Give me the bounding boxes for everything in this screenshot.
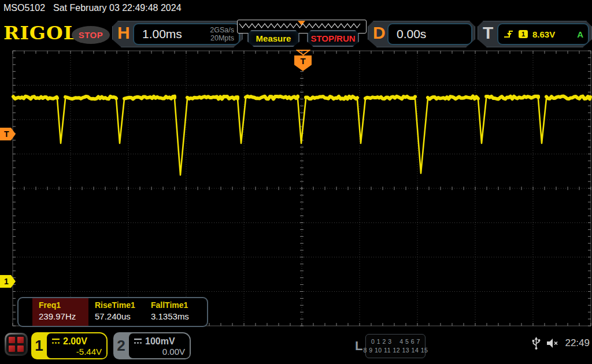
channel1-scale: 2.00V [63, 336, 87, 347]
trigger-level-value: 8.63V [532, 29, 555, 39]
stop-run-button[interactable]: STOP/RUN [307, 30, 359, 47]
channel2-values: 100mV 0.00V [129, 333, 190, 358]
dc-coupling-icon [51, 338, 60, 344]
dc-coupling-icon [134, 338, 142, 344]
measurement-falltime1[interactable]: FallTime1 3.1353ms [145, 298, 201, 326]
trigger-box[interactable]: 1 8.63V A [497, 23, 589, 45]
delay-box[interactable]: 0.00s [387, 23, 472, 45]
channel1-offset-marker[interactable]: 1 [0, 275, 16, 288]
channel1-number: 1 [31, 332, 47, 359]
channel2-status-pill[interactable]: 2 100mV 0.00V [113, 332, 191, 359]
trigger-position-triangle-icon [296, 50, 310, 55]
system-tray: 22:49 [532, 336, 590, 350]
delay-label: D [373, 23, 386, 43]
trigger-label: T [483, 23, 493, 43]
channel1-status-pill[interactable]: 1 2.00V -5.44V [31, 332, 108, 359]
trigger-source-badge: 1 [519, 30, 528, 38]
delay-value: 0.00s [397, 27, 426, 41]
digital-label: L [355, 339, 362, 354]
usb-icon [532, 336, 541, 350]
digital-row-0-7: 0 1 2 3 4 5 6 7 [371, 337, 420, 346]
measurement-risetime1[interactable]: RiseTime1 57.240us [88, 298, 145, 326]
channel2-number: 2 [113, 332, 129, 359]
channel2-scale: 100mV [145, 336, 175, 347]
measurement-freq1[interactable]: Freq1 239.97Hz [32, 298, 88, 326]
memory-depth: 20Mpts [210, 34, 234, 42]
speaker-muted-icon [546, 337, 560, 349]
rigol-logo: RIGOL [3, 22, 77, 44]
acquisition-status-badge[interactable]: STOP [72, 26, 110, 44]
trigger-mode-indicator: A [577, 29, 583, 39]
falling-edge-icon [503, 29, 514, 39]
measurement-value: 57.240us [95, 311, 145, 321]
header-bar: MSO5102 Sat February 03 22:49:48 2024 RI… [0, 0, 592, 49]
channel1-values: 2.00V -5.44V [47, 333, 106, 358]
measure-button[interactable]: Measure [247, 30, 299, 47]
sample-rate-info: 2GSa/s 20Mpts [210, 26, 234, 43]
datetime-text: Sat February 03 22:49:48 2024 [53, 3, 182, 13]
channel2-offset: 0.00V [134, 347, 185, 356]
model-name: MSO5102 [3, 3, 45, 13]
horizontal-panel: H 1.00ms 2GSa/s 20Mpts [112, 21, 243, 47]
sample-rate: 2GSa/s [210, 26, 234, 34]
bottom-bar: 1 2.00V -5.44V 2 [0, 329, 592, 364]
digital-channel-list: 0 1 2 3 4 5 6 7 8 9 10 11 12 13 14 15 [365, 334, 426, 358]
measurement-label: RiseTime1 [95, 300, 145, 310]
measurement-panel-handle [18, 298, 32, 326]
digital-channels-pill[interactable]: L 0 1 2 3 4 5 6 7 8 9 10 11 12 13 14 15 [355, 334, 426, 358]
trigger-level-marker[interactable]: T [0, 128, 16, 140]
status-bar: MSO5102 Sat February 03 22:49:48 2024 [3, 3, 182, 13]
menu-grid-icon [6, 335, 26, 354]
menu-grid-button[interactable] [5, 333, 28, 356]
measurement-panel[interactable]: Freq1 239.97Hz RiseTime1 57.240us FallTi… [17, 297, 208, 327]
clock-time: 22:49 [565, 337, 590, 349]
measurement-label: FallTime1 [151, 300, 201, 310]
delay-panel: D 0.00s [368, 21, 475, 47]
horizontal-label: H [117, 23, 130, 43]
trigger-panel: T 1 8.63V A [478, 21, 592, 47]
measurement-label: Freq1 [39, 300, 88, 310]
timebase-value: 1.00ms [142, 27, 182, 41]
timebase-box[interactable]: 1.00ms 2GSa/s 20Mpts [133, 23, 240, 45]
channel1-offset: -5.44V [51, 347, 102, 356]
oscilloscope-screen: MSO5102 Sat February 03 22:49:48 2024 RI… [0, 0, 592, 364]
measurement-value: 239.97Hz [39, 311, 88, 321]
digital-row-8-15: 8 9 10 11 12 13 14 15 [364, 346, 428, 355]
measurement-value: 3.1353ms [151, 311, 201, 321]
trigger-position-marker[interactable]: T [294, 55, 312, 71]
